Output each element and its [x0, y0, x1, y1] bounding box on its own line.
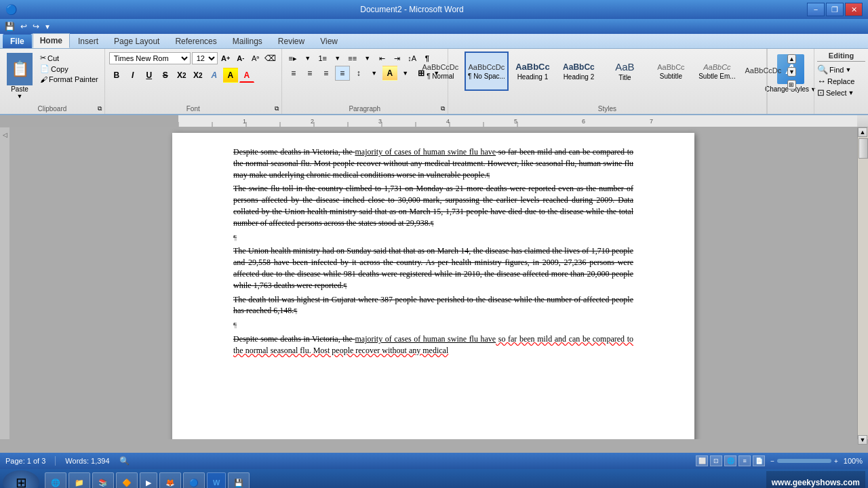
bold-button[interactable]: B	[109, 68, 124, 83]
full-screen-button[interactable]: ⊡	[710, 455, 722, 466]
ie-taskbar[interactable]: 🌐	[45, 472, 66, 488]
paste-button[interactable]: 📋 Paste ▼	[4, 52, 35, 101]
paragraph-expand[interactable]: ⧉	[441, 105, 445, 113]
find-arrow[interactable]: ▼	[845, 66, 851, 73]
shrink-font-button[interactable]: A-	[234, 52, 248, 65]
status-icon[interactable]: 🔍	[119, 456, 130, 466]
shading-button[interactable]: A	[382, 66, 397, 81]
font-color-button[interactable]: A	[239, 68, 254, 83]
line-spacing-button[interactable]: ↕	[351, 66, 366, 81]
sort-button[interactable]: ↕A	[406, 52, 419, 65]
tab-page-layout[interactable]: Page Layout	[106, 34, 167, 48]
save-button[interactable]: 💾	[3, 21, 17, 32]
replace-button[interactable]: ↔ Replace	[817, 76, 865, 86]
svg-text:2: 2	[311, 118, 314, 125]
draft-view-button[interactable]: 📄	[753, 455, 765, 466]
chrome-taskbar[interactable]: 🔵	[183, 472, 205, 488]
italic-button[interactable]: I	[125, 68, 140, 83]
scrollbar[interactable]: ▲ ▼	[857, 127, 868, 439]
zoom-in-button[interactable]: +	[834, 458, 838, 465]
tab-home[interactable]: Home	[33, 33, 70, 48]
style-extra[interactable]: AaBbCcDc	[741, 52, 785, 91]
subscript-button[interactable]: X2	[174, 68, 189, 83]
redo-button[interactable]: ↪	[31, 21, 41, 32]
clipboard-expand[interactable]: ⧉	[98, 105, 102, 113]
select-arrow[interactable]: ▼	[848, 89, 854, 96]
tab-review[interactable]: Review	[271, 34, 312, 48]
font-name-select[interactable]: Times New Rom	[109, 52, 191, 64]
numbering-button[interactable]: 1≡	[316, 52, 330, 65]
style-subtitle[interactable]: AaBbCc Subtitle	[649, 52, 693, 91]
print-layout-button[interactable]: ⬜	[696, 455, 708, 466]
vlc-taskbar[interactable]: 🔶	[116, 472, 138, 488]
styles-more[interactable]: ⊞	[787, 80, 796, 89]
save-taskbar[interactable]: 💾	[228, 472, 250, 488]
scroll-thumb[interactable]	[859, 138, 868, 159]
style-heading1[interactable]: AaBbCc Heading 1	[511, 52, 555, 91]
firefox-taskbar[interactable]: 🦊	[159, 472, 181, 488]
zoom-out-button[interactable]: −	[770, 458, 774, 465]
media-taskbar[interactable]: 📚	[92, 472, 114, 488]
outline-view-button[interactable]: ≡	[738, 455, 751, 466]
text-effects-button[interactable]: A	[207, 68, 222, 83]
media2-taskbar[interactable]: ▶	[140, 472, 157, 488]
tab-mailings[interactable]: Mailings	[225, 34, 270, 48]
web-layout-button[interactable]: 🌐	[724, 455, 736, 466]
tab-references[interactable]: References	[167, 34, 224, 48]
align-right-button[interactable]: ≡	[319, 66, 334, 81]
restore-button[interactable]: ❐	[826, 3, 844, 16]
align-center-button[interactable]: ≡	[302, 66, 317, 81]
minimize-button[interactable]: −	[807, 3, 825, 16]
decrease-indent-button[interactable]: ⇤	[376, 52, 389, 65]
tab-file[interactable]: File	[3, 34, 32, 48]
style-title[interactable]: AaB Title	[603, 52, 647, 91]
justify-button[interactable]: ≡	[335, 66, 350, 81]
style-heading2[interactable]: AaBbCc Heading 2	[557, 52, 601, 91]
line-spacing-arrow[interactable]: ▼	[368, 66, 381, 80]
clear-format-button[interactable]: ⌫	[264, 52, 277, 65]
find-button[interactable]: 🔍 Find ▼	[817, 64, 865, 75]
bullets-arrow[interactable]: ▼	[301, 52, 315, 65]
undo-button[interactable]: ↩	[18, 21, 29, 32]
word-taskbar[interactable]: W	[207, 472, 226, 488]
scroll-up-button[interactable]: ▲	[858, 127, 867, 137]
multilevel-button[interactable]: ≡≡	[346, 52, 359, 65]
align-left-button[interactable]: ≡	[286, 66, 301, 81]
paragraph-1: Despite some deaths in Victoria, the maj…	[233, 146, 633, 180]
tab-insert[interactable]: Insert	[71, 34, 106, 48]
underline-button[interactable]: U	[142, 68, 157, 83]
numbering-arrow[interactable]: ▼	[331, 52, 344, 65]
style-no-spacing[interactable]: AaBbCcDc ¶ No Spac...	[465, 52, 509, 91]
increase-indent-button[interactable]: ⇥	[391, 52, 404, 65]
style-subtle-emphasis[interactable]: AaBbCc Subtle Em...	[695, 52, 739, 91]
superscript-button[interactable]: X2	[191, 68, 205, 83]
cut-button[interactable]: ✂ Cut	[38, 53, 100, 63]
styles-scroll-up[interactable]: ▲	[787, 54, 796, 64]
multilevel-arrow[interactable]: ▼	[361, 52, 374, 65]
explorer-taskbar[interactable]: 📁	[68, 472, 90, 488]
styles-list: AaBbCcDc ¶ Normal AaBbCcDc ¶ No Spac... …	[418, 52, 796, 102]
quick-access-arrow[interactable]: ▼	[44, 23, 51, 30]
start-button[interactable]: ⊞	[3, 470, 39, 488]
close-button[interactable]: ✕	[845, 3, 863, 16]
font-expand[interactable]: ⧉	[275, 105, 279, 113]
font-size-select[interactable]: 12	[192, 52, 218, 64]
tab-view[interactable]: View	[313, 34, 345, 48]
document-page[interactable]: Despite some deaths in Victoria, the maj…	[172, 133, 694, 439]
paste-arrow[interactable]: ▼	[17, 93, 23, 100]
styles-scroll-down[interactable]: ▼	[787, 67, 796, 77]
style-normal[interactable]: AaBbCcDc ¶ Normal	[418, 52, 462, 91]
zoom-slider[interactable]	[777, 459, 831, 463]
copy-button[interactable]: 📄 Copy	[38, 64, 100, 74]
select-button[interactable]: ⊡ Select ▼	[817, 87, 865, 98]
scroll-down-button[interactable]: ▼	[858, 435, 867, 445]
text-highlight-button[interactable]: A	[223, 68, 238, 83]
shading-arrow[interactable]: ▼	[399, 66, 412, 80]
change-case-button[interactable]: Aᵃ	[249, 52, 262, 65]
chrome-icon: 🔵	[189, 479, 199, 487]
format-painter-button[interactable]: 🖌 Format Painter	[38, 75, 100, 84]
bullets-button[interactable]: ≡▸	[286, 52, 300, 65]
grow-font-button[interactable]: A+	[219, 52, 233, 65]
view-handle[interactable]: ◁	[3, 131, 7, 138]
strikethrough-button[interactable]: S	[158, 68, 173, 83]
